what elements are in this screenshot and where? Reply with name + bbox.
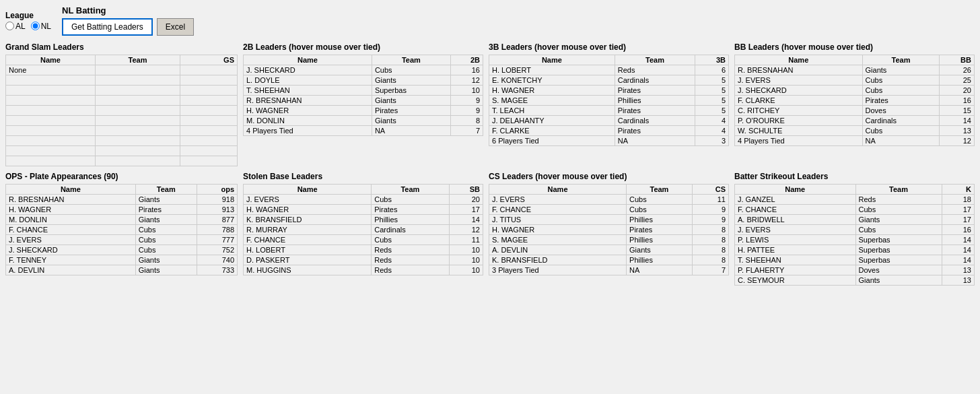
grand-slam-title: Grand Slam Leaders: [5, 42, 238, 52]
table-cell: J. EVERS: [244, 195, 372, 205]
table-cell: Pirates: [135, 205, 197, 215]
table-cell: J. DELAHANTY: [489, 116, 615, 126]
get-batting-leaders-button[interactable]: Get Batting Leaders: [62, 18, 153, 36]
nl-radio[interactable]: [31, 22, 40, 30]
table-cell: Phillies: [627, 215, 693, 225]
table-cell: Giants: [855, 215, 942, 225]
table-row: F. CHANCECubs788: [6, 225, 238, 235]
table-row: M. HUGGINSReds10: [244, 265, 483, 275]
table-cell: Doves: [862, 106, 940, 116]
table-cell: 9: [450, 106, 483, 116]
table-cell: Cubs: [862, 75, 940, 86]
table-cell: J. SHECKARD: [735, 86, 863, 96]
table-row: H. WAGNERPirates17: [244, 205, 483, 215]
table-cell: M. DONLIN: [6, 215, 136, 225]
table-cell: 16: [940, 96, 975, 106]
table-cell: Cubs: [135, 235, 197, 245]
table-row: M. DONLINGiants877: [6, 215, 238, 225]
al-radio[interactable]: [5, 22, 14, 30]
table-cell: F. CLARKE: [735, 96, 863, 106]
table-row-empty: [6, 86, 238, 96]
table-row: K. BRANSFIELDPhillies8: [489, 255, 729, 265]
table-cell: 8: [692, 245, 728, 255]
ops-col-name: Name: [6, 185, 136, 195]
table-row: J. TITUSPhillies9: [489, 215, 729, 225]
table-row: E. KONETCHYCardinals5: [489, 75, 729, 86]
excel-button[interactable]: Excel: [157, 18, 194, 36]
table-cell: D. PASKERT: [244, 255, 372, 265]
table-cell: NA: [615, 136, 695, 146]
table-row: S. MAGEEPhillies8: [489, 235, 729, 245]
table-cell: 13: [942, 265, 975, 275]
nl-radio-label[interactable]: NL: [31, 22, 51, 31]
triples-panel: 3B Leaders (hover mouse over tied) Name …: [489, 42, 729, 166]
table-row-empty: [6, 116, 238, 126]
table-cell: 12: [450, 75, 483, 86]
table-row: R. BRESNAHANGiants918: [6, 195, 238, 205]
table-row: J. DELAHANTYCardinals4: [489, 116, 729, 126]
table-row: J. SHECKARDCubs16: [244, 65, 483, 75]
table-cell: F. CHANCE: [6, 225, 136, 235]
table-cell: 17: [942, 215, 975, 225]
table-row: J. EVERSCubs11: [489, 195, 729, 205]
table-cell: P. LEWIS: [735, 235, 856, 245]
table-cell: 6 Players Tied: [489, 136, 615, 146]
table-cell: 740: [197, 255, 237, 265]
table-row-empty: [6, 96, 238, 106]
table-cell: 4: [695, 116, 729, 126]
table-row: J. SHECKARDCubs20: [735, 86, 975, 96]
table-cell: 14: [942, 245, 975, 255]
table-row: F. CHANCECubs11: [244, 235, 483, 245]
table-cell: E. KONETCHY: [489, 75, 615, 86]
table-cell: P. FLAHERTY: [735, 265, 856, 275]
table-row-empty: [6, 156, 238, 166]
table-cell: Reds: [372, 255, 449, 265]
sb-title: Stolen Base Leaders: [243, 172, 483, 181]
table-cell: 9: [692, 215, 728, 225]
triples-title: 3B Leaders (hover mouse over tied): [489, 42, 729, 52]
table-cell: Giants: [135, 255, 197, 265]
table-row: S. MAGEEPhillies5: [489, 96, 729, 106]
2b-col-name: Name: [244, 55, 372, 65]
table-row: F. CHANCECubs9: [489, 205, 729, 215]
table-cell: Giants: [372, 96, 450, 106]
table-cell: Cubs: [372, 235, 449, 245]
table-cell: H. WAGNER: [244, 205, 372, 215]
table-cell: H. WAGNER: [489, 86, 615, 96]
k-col-team: Team: [855, 185, 942, 195]
nl-batting-label: NL Batting: [62, 5, 194, 15]
table-cell: 918: [197, 195, 237, 205]
table-cell: Cubs: [862, 86, 940, 96]
al-radio-label[interactable]: AL: [5, 22, 26, 31]
table-cell: T. SHEEHAN: [735, 255, 856, 265]
table-cell: 8: [692, 255, 728, 265]
cs-col-val: CS: [692, 185, 728, 195]
table-cell: Phillies: [627, 255, 693, 265]
table-cell: 7: [692, 265, 728, 275]
table-cell: Giants: [135, 215, 197, 225]
table-cell: 10: [449, 255, 483, 265]
table-cell: H. WAGNER: [244, 106, 372, 116]
table-cell: F. CHANCE: [735, 205, 856, 215]
table-cell: 9: [450, 96, 483, 106]
table-cell: J. EVERS: [489, 195, 627, 205]
table-row: None: [6, 65, 238, 75]
table-cell: S. MAGEE: [489, 96, 615, 106]
bb-col-val: BB: [940, 55, 975, 65]
table-cell: J. GANZEL: [735, 195, 856, 205]
table-row: H. PATTEESuperbas14: [735, 245, 975, 255]
table-cell: Pirates: [615, 86, 695, 96]
table-cell: 10: [449, 265, 483, 275]
bb-col-name: Name: [735, 55, 863, 65]
ops-title: OPS - Plate Appearances (90): [5, 172, 238, 181]
grand-slam-panel: Grand Slam Leaders Name Team GS None: [5, 42, 238, 166]
table-row: C. RITCHEYDoves15: [735, 106, 975, 116]
table-cell: J. SHECKARD: [6, 245, 136, 255]
table-row: J. EVERSCubs25: [735, 75, 975, 86]
table-cell: Doves: [855, 265, 942, 275]
table-cell: 4: [695, 126, 729, 136]
ops-table: Name Team ops R. BRESNAHANGiants918H. WA…: [5, 184, 238, 275]
table-cell: 788: [197, 225, 237, 235]
table-cell: H. LOBERT: [489, 65, 615, 75]
bb-table: Name Team BB R. BRESNAHANGiants26J. EVER…: [734, 55, 975, 146]
